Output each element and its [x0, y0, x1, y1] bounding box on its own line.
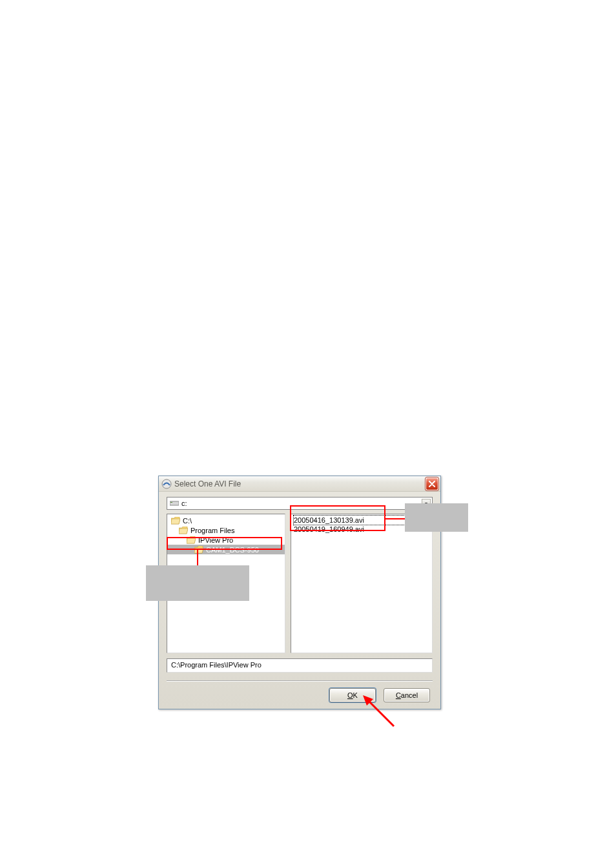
file-list-pane[interactable]: 20050416_130139.avi20050419_160949.avi	[291, 514, 433, 653]
drive-icon	[170, 500, 179, 507]
overlay-right	[405, 503, 468, 532]
folder-open-icon	[194, 546, 203, 554]
ok-label: OK	[347, 691, 358, 699]
svg-rect-2	[170, 502, 172, 503]
arrow-to-ok	[360, 693, 399, 731]
separator	[167, 680, 433, 682]
cancel-label: Cancel	[396, 691, 418, 699]
folder-open-icon	[179, 527, 188, 534]
tree-item[interactable]: IPView Pro	[167, 535, 285, 545]
tree-item-label: IPView Pro	[198, 536, 233, 544]
svg-line-3	[368, 700, 394, 726]
drive-row: c: ▾	[167, 497, 433, 510]
folder-open-icon	[187, 536, 196, 544]
overlay-left	[146, 565, 249, 601]
tree-item-label: CAM1_DCS-950	[206, 546, 259, 554]
drive-dropdown[interactable]: c: ▾	[167, 497, 433, 510]
tree-item[interactable]: CAM1_DCS-950	[167, 545, 285, 554]
drive-value: c:	[181, 499, 187, 507]
tree-item[interactable]: C:\	[167, 516, 285, 525]
tree-item-label: C:\	[183, 517, 192, 525]
tree-item-label: Program Files	[190, 527, 234, 534]
close-button[interactable]	[426, 477, 438, 490]
file-item-label: 20050419_160949.avi	[294, 525, 364, 533]
titlebar[interactable]: Select One AVI File	[159, 476, 440, 492]
path-field[interactable]: C:\Program Files\IPView Pro	[167, 658, 433, 673]
svg-rect-1	[170, 501, 179, 505]
connector-folder	[197, 550, 198, 565]
file-item-label: 20050416_130139.avi	[294, 516, 364, 524]
folder-open-icon	[171, 517, 180, 525]
app-icon	[161, 479, 172, 489]
path-value: C:\Program Files\IPView Pro	[171, 661, 262, 669]
dialog-title: Select One AVI File	[174, 479, 426, 488]
connector-files	[385, 518, 405, 519]
svg-point-0	[162, 479, 171, 488]
tree-item[interactable]: Program Files	[167, 525, 285, 535]
